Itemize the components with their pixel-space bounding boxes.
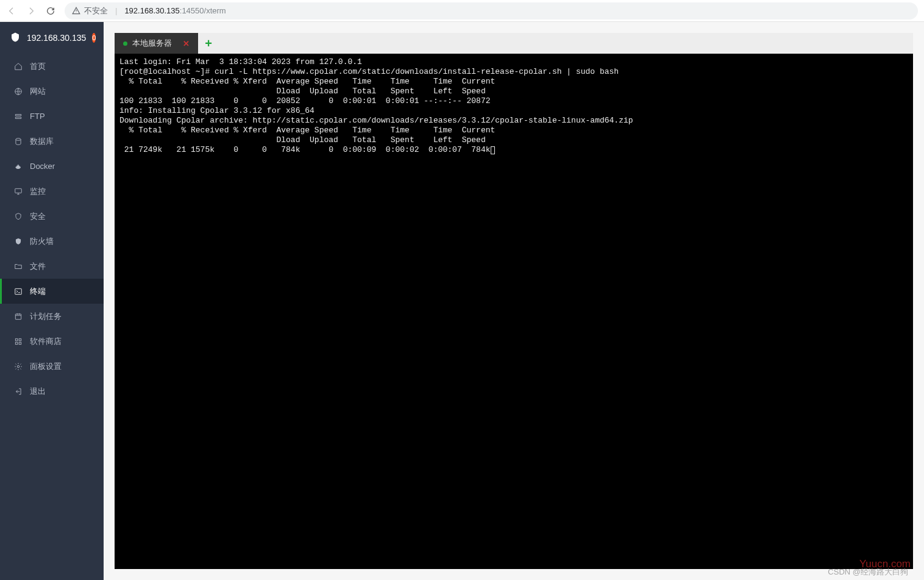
tab-label: 本地服务器 (132, 38, 172, 49)
svg-rect-2 (15, 188, 21, 193)
sidebar-item-label: 终端 (30, 286, 46, 297)
svg-rect-8 (19, 342, 21, 345)
svg-point-9 (17, 365, 20, 368)
sidebar-header[interactable]: 192.168.30.135 0 (0, 22, 104, 54)
forward-button[interactable] (26, 5, 37, 16)
terminal-tabs: 本地服务器 ✕ + (115, 33, 913, 54)
sidebar-item-label: 面板设置 (30, 361, 62, 372)
sidebar-item-label: Docker (30, 162, 55, 171)
back-button[interactable] (6, 5, 17, 16)
sidebar-item-terminal[interactable]: 终端 (0, 279, 104, 304)
sidebar-item-label: 文件 (30, 261, 46, 272)
sidebar-item-db[interactable]: 数据库 (0, 129, 104, 154)
tab-close-button[interactable]: ✕ (183, 39, 190, 48)
sidebar-item-label: 退出 (30, 386, 46, 397)
docker-icon (13, 162, 23, 171)
insecure-label: 不安全 (84, 5, 108, 16)
sidebar-item-label: 首页 (30, 61, 46, 72)
browser-toolbar: 不安全 | 192.168.30.135:14550/xterm (0, 0, 924, 22)
sidebar-host-label: 192.168.30.135 (27, 33, 86, 43)
sidebar: 192.168.30.135 0 首页网站FTP数据库Docker监控安全防火墙… (0, 22, 104, 580)
sidebar-item-apps[interactable]: 软件商店 (0, 329, 104, 354)
db-icon (13, 137, 23, 146)
sidebar-item-label: 网站 (30, 86, 46, 97)
terminal-tab-local[interactable]: 本地服务器 ✕ (115, 33, 198, 54)
sidebar-item-label: FTP (30, 112, 45, 121)
svg-rect-5 (15, 338, 18, 341)
svg-rect-6 (19, 338, 21, 341)
sidebar-item-label: 防火墙 (30, 236, 54, 247)
exit-icon (13, 387, 23, 396)
sidebar-item-schedule[interactable]: 计划任务 (0, 304, 104, 329)
tab-status-dot-icon (123, 41, 127, 46)
content-area: 本地服务器 ✕ + Last login: Fri Mar 3 18:33:04… (104, 22, 924, 580)
sidebar-item-label: 数据库 (30, 136, 54, 147)
sidebar-item-shield[interactable]: 安全 (0, 204, 104, 229)
sidebar-item-folder[interactable]: 文件 (0, 254, 104, 279)
tab-add-button[interactable]: + (198, 33, 219, 54)
sidebar-item-label: 计划任务 (30, 311, 62, 322)
firewall-icon (13, 237, 23, 246)
svg-point-1 (15, 138, 20, 140)
monitor-icon (13, 187, 23, 196)
insecure-icon: 不安全 (72, 5, 108, 16)
sidebar-item-gear[interactable]: 面板设置 (0, 354, 104, 379)
sidebar-item-label: 监控 (30, 186, 46, 197)
apps-icon (13, 337, 23, 346)
svg-rect-7 (15, 342, 18, 345)
folder-icon (13, 262, 23, 271)
svg-rect-3 (15, 288, 21, 294)
terminal-cursor (491, 146, 495, 154)
panel-logo-icon (10, 32, 21, 45)
sidebar-item-ftp[interactable]: FTP (0, 104, 104, 129)
terminal-icon (13, 287, 23, 296)
sidebar-item-label: 软件商店 (30, 336, 62, 347)
sidebar-item-exit[interactable]: 退出 (0, 379, 104, 404)
terminal-output[interactable]: Last login: Fri Mar 3 18:33:04 2023 from… (115, 54, 913, 569)
sidebar-item-home[interactable]: 首页 (0, 54, 104, 79)
ftp-icon (13, 112, 23, 121)
reload-button[interactable] (45, 5, 56, 16)
sidebar-item-label: 安全 (30, 211, 46, 222)
url-text: 192.168.30.135:14550/xterm (124, 6, 226, 15)
home-icon (13, 62, 23, 71)
shield-icon (13, 212, 23, 221)
sidebar-item-docker[interactable]: Docker (0, 154, 104, 179)
notification-badge[interactable]: 0 (92, 33, 96, 43)
address-bar[interactable]: 不安全 | 192.168.30.135:14550/xterm (65, 2, 918, 20)
sidebar-item-globe[interactable]: 网站 (0, 79, 104, 104)
sidebar-item-monitor[interactable]: 监控 (0, 179, 104, 204)
sidebar-item-firewall[interactable]: 防火墙 (0, 229, 104, 254)
url-separator: | (115, 6, 117, 15)
globe-icon (13, 87, 23, 96)
svg-rect-4 (15, 313, 21, 319)
schedule-icon (13, 312, 23, 321)
gear-icon (13, 362, 23, 371)
terminal-panel: 本地服务器 ✕ + Last login: Fri Mar 3 18:33:04… (115, 33, 913, 569)
